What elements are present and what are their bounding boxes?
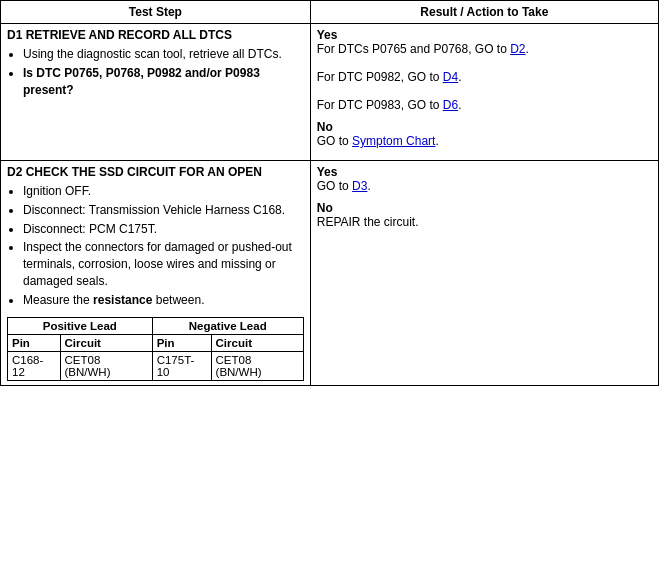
- d1-yes-line2: For DTC P0982, GO to D4.: [317, 70, 652, 84]
- neg-pin: C175T-10: [152, 351, 211, 380]
- d1-steps: Using the diagnostic scan tool, retrieve…: [23, 46, 304, 98]
- d2-yes-line: GO to D3.: [317, 179, 652, 193]
- d2-steps: Ignition OFF. Disconnect: Transmission V…: [23, 183, 304, 309]
- pos-pin: C168-12: [8, 351, 61, 380]
- list-item: Is DTC P0765, P0768, P0982 and/or P0983 …: [23, 65, 304, 99]
- col-header-circuit1: Circuit: [60, 334, 152, 351]
- d2-no-line: REPAIR the circuit.: [317, 215, 652, 229]
- neg-lead-header: Negative Lead: [152, 317, 303, 334]
- list-item: Inspect the connectors for damaged or pu…: [23, 239, 304, 289]
- list-item: Disconnect: PCM C175T.: [23, 221, 304, 238]
- resistance-table: Positive Lead Negative Lead Pin Circuit …: [7, 317, 304, 381]
- col-header-pin1: Pin: [8, 334, 61, 351]
- table-row: D1 RETRIEVE AND RECORD ALL DTCS Using th…: [1, 24, 659, 161]
- header-test-step: Test Step: [1, 1, 311, 24]
- pos-circuit: CET08 (BN/WH): [60, 351, 152, 380]
- d3-link[interactable]: D3: [352, 179, 367, 193]
- list-item: Measure the resistance between.: [23, 292, 304, 309]
- d2-yes-block: Yes GO to D3.: [317, 165, 652, 193]
- d2-title: D2 CHECK THE SSD CIRCUIT FOR AN OPEN: [7, 165, 304, 179]
- list-item: Ignition OFF.: [23, 183, 304, 200]
- d1-right: Yes For DTCs P0765 and P0768, GO to D2. …: [310, 24, 658, 161]
- col-header-circuit2: Circuit: [211, 334, 303, 351]
- d1-no-label: No: [317, 120, 652, 134]
- step-bold: Is DTC P0765, P0768, P0982 and/or P0983 …: [23, 66, 260, 97]
- header-result: Result / Action to Take: [310, 1, 658, 24]
- d2-left: D2 CHECK THE SSD CIRCUIT FOR AN OPEN Ign…: [1, 161, 311, 386]
- list-item: Using the diagnostic scan tool, retrieve…: [23, 46, 304, 63]
- pos-lead-header: Positive Lead: [8, 317, 153, 334]
- d1-no-line: GO to Symptom Chart.: [317, 134, 652, 148]
- diagnostic-table: Test Step Result / Action to Take D1 RET…: [0, 0, 659, 386]
- d6-link[interactable]: D6: [443, 98, 458, 112]
- list-item: Disconnect: Transmission Vehicle Harness…: [23, 202, 304, 219]
- d1-yes-line1: For DTCs P0765 and P0768, GO to D2.: [317, 42, 652, 56]
- d1-no-block: No GO to Symptom Chart.: [317, 120, 652, 148]
- table-row: D2 CHECK THE SSD CIRCUIT FOR AN OPEN Ign…: [1, 161, 659, 386]
- d2-right: Yes GO to D3. No REPAIR the circuit.: [310, 161, 658, 386]
- d2-link[interactable]: D2: [510, 42, 525, 56]
- symptom-chart-link[interactable]: Symptom Chart: [352, 134, 435, 148]
- d4-link[interactable]: D4: [443, 70, 458, 84]
- resistance-text: resistance: [93, 293, 152, 307]
- neg-circuit: CET08 (BN/WH): [211, 351, 303, 380]
- d2-no-label: No: [317, 201, 652, 215]
- d1-yes-block: Yes For DTCs P0765 and P0768, GO to D2. …: [317, 28, 652, 112]
- col-header-pin2: Pin: [152, 334, 211, 351]
- d1-yes-line3: For DTC P0983, GO to D6.: [317, 98, 652, 112]
- d2-yes-label: Yes: [317, 165, 652, 179]
- d1-left: D1 RETRIEVE AND RECORD ALL DTCS Using th…: [1, 24, 311, 161]
- d2-no-block: No REPAIR the circuit.: [317, 201, 652, 229]
- table-row: C168-12 CET08 (BN/WH) C175T-10 CET08 (BN…: [8, 351, 304, 380]
- d1-title: D1 RETRIEVE AND RECORD ALL DTCS: [7, 28, 304, 42]
- d1-yes-label: Yes: [317, 28, 652, 42]
